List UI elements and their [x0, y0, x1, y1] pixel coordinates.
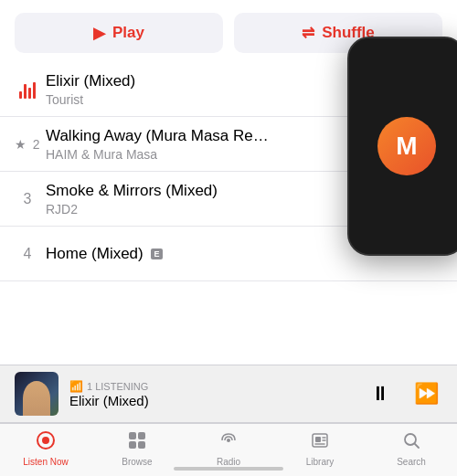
listen-now-label: Listen Now — [23, 457, 68, 467]
album-art-visual — [15, 372, 58, 416]
track-index: 4 — [15, 246, 40, 262]
tab-browse[interactable]: Browse — [110, 430, 165, 467]
phone-overlay: M — [347, 37, 457, 256]
svg-rect-8 — [315, 437, 321, 442]
skip-forward-button[interactable]: ⏩ — [410, 380, 442, 407]
listening-count: 1 LISTENING — [87, 381, 148, 392]
svg-rect-5 — [138, 441, 145, 449]
svg-rect-2 — [129, 432, 136, 439]
wifi-icon: 📶 — [69, 380, 83, 393]
album-art — [15, 372, 58, 416]
track-playing-indicator — [15, 80, 40, 99]
tab-library[interactable]: Library — [292, 430, 347, 467]
track-index: ★ 2 — [15, 136, 40, 153]
svg-point-12 — [405, 434, 416, 445]
play-icon: ▶ — [93, 24, 105, 43]
album-figure — [23, 381, 50, 416]
browse-label: Browse — [122, 457, 152, 467]
search-icon — [401, 430, 421, 454]
phone-screen: M — [349, 38, 457, 254]
radio-icon — [218, 430, 239, 454]
shuffle-icon: ⇌ — [302, 24, 314, 43]
track-index: 3 — [15, 191, 40, 207]
svg-rect-4 — [129, 441, 136, 449]
listen-now-icon — [36, 430, 56, 454]
listening-indicator: 📶 1 LISTENING — [69, 380, 356, 393]
svg-line-13 — [415, 444, 419, 448]
tab-radio[interactable]: Radio — [201, 430, 256, 467]
svg-point-1 — [42, 437, 49, 444]
tab-listen-now[interactable]: Listen Now — [18, 430, 73, 467]
radio-label: Radio — [217, 457, 240, 467]
avatar: M — [377, 117, 436, 175]
playback-controls: ⏸ ⏩ — [367, 380, 442, 407]
pause-icon: ⏸ — [370, 382, 390, 405]
library-label: Library — [306, 457, 335, 467]
play-button[interactable]: ▶ Play — [15, 13, 223, 53]
library-icon — [310, 430, 330, 454]
skip-forward-icon: ⏩ — [414, 382, 439, 405]
svg-rect-3 — [138, 432, 145, 439]
pause-button[interactable]: ⏸ — [367, 380, 394, 407]
search-label: Search — [397, 457, 426, 467]
now-playing-info: 📶 1 LISTENING Elixir (Mixed) — [69, 380, 356, 408]
home-indicator — [174, 467, 283, 471]
browse-icon — [127, 430, 147, 454]
play-label: Play — [112, 24, 144, 42]
svg-point-6 — [227, 439, 230, 442]
tab-search[interactable]: Search — [384, 430, 439, 467]
now-playing-bar[interactable]: 📶 1 LISTENING Elixir (Mixed) ⏸ ⏩ — [0, 365, 457, 423]
now-playing-title: Elixir (Mixed) — [69, 393, 356, 408]
explicit-badge: E — [151, 249, 162, 259]
